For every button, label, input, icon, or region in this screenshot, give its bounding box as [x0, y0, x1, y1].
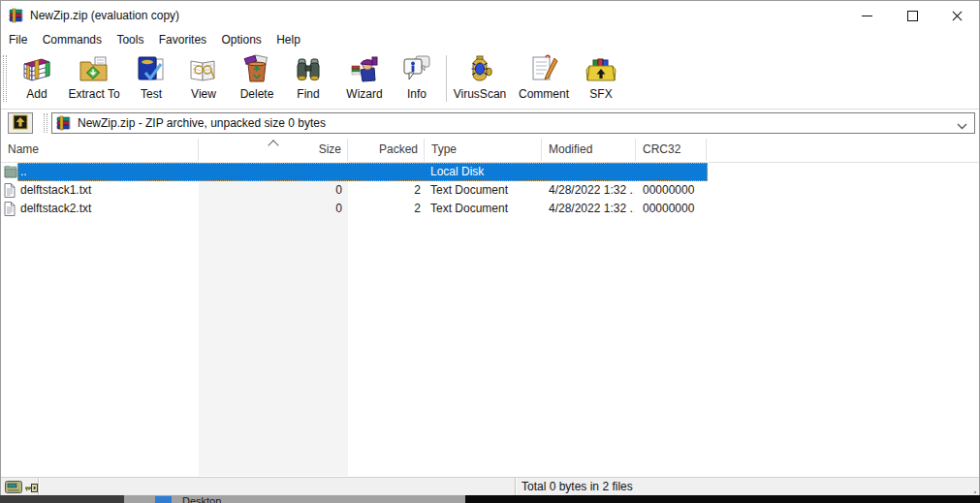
file-list: .. Local Disk delftstack1.txt 0 2 Text D…	[1, 162, 979, 476]
statusbar: Total 0 bytes in 2 files	[1, 477, 979, 496]
cell-size: 0	[199, 200, 342, 218]
titlebar: NewZip.zip (evaluation copy)	[1, 1, 979, 30]
info-label: Info	[386, 87, 448, 101]
add-button[interactable]: Add	[6, 54, 68, 101]
column-header-crc32[interactable]: CRC32	[636, 139, 707, 161]
addressbar: NewZip.zip - ZIP archive, unpacked size …	[1, 110, 979, 140]
extract-to-icon	[63, 54, 125, 85]
column-header-packed[interactable]: Packed	[348, 139, 425, 161]
extract-to-label: Extract To	[63, 87, 125, 101]
resize-grip[interactable]	[974, 491, 976, 493]
list-item-file-1[interactable]: delftstack1.txt 0 2 Text Document 4/28/2…	[1, 181, 708, 200]
find-button[interactable]: Find	[277, 54, 339, 101]
virusscan-button[interactable]: VirusScan	[449, 54, 511, 101]
list-item-file-2[interactable]: delftstack2.txt 0 2 Text Document 4/28/2…	[1, 200, 708, 218]
list-item-parent-dir[interactable]: .. Local Disk	[1, 163, 708, 181]
status-total-text: Total 0 bytes in 2 files	[522, 478, 633, 495]
cell-type: Text Document	[430, 181, 539, 200]
desktop-icon	[155, 496, 172, 503]
cell-type: Local Disk	[430, 163, 539, 181]
addressbar-drag-handle[interactable]	[44, 113, 47, 133]
cell-crc32: 00000000	[643, 200, 705, 218]
menu-commands[interactable]: Commands	[37, 30, 108, 49]
minimize-button[interactable]	[844, 1, 889, 30]
statusbar-divider	[38, 478, 40, 496]
column-header-modified[interactable]: Modified	[542, 139, 636, 161]
cell-modified: 4/28/2022 1:32 ...	[549, 200, 634, 218]
comment-label: Comment	[513, 87, 575, 101]
toolbar-separator	[446, 55, 447, 102]
cell-name: ..	[20, 163, 195, 181]
cell-size: 0	[199, 181, 342, 200]
column-header-name[interactable]: Name	[1, 139, 199, 161]
screen: NewZip.zip (evaluation copy) File Comman…	[0, 0, 980, 503]
menu-help[interactable]: Help	[270, 30, 306, 49]
cell-packed: 2	[348, 181, 421, 200]
sfx-button[interactable]: SFX	[570, 54, 632, 101]
menu-favorites[interactable]: Favorites	[153, 30, 212, 49]
info-button[interactable]: Info	[386, 54, 448, 101]
archive-description: NewZip.zip - ZIP archive, unpacked size …	[78, 113, 326, 133]
app-icon	[9, 8, 24, 26]
winrar-window: NewZip.zip (evaluation copy) File Comman…	[0, 0, 980, 495]
statusbar-divider	[515, 478, 517, 496]
cell-packed: 2	[348, 200, 421, 218]
add-label: Add	[6, 87, 68, 101]
comment-icon	[513, 54, 575, 85]
folder-icon	[4, 165, 17, 181]
close-button[interactable]	[934, 1, 979, 30]
find-label: Find	[277, 87, 339, 101]
virusscan-label: VirusScan	[449, 87, 511, 101]
key-icon[interactable]	[24, 483, 38, 496]
menu-tools[interactable]: Tools	[111, 30, 149, 49]
maximize-button[interactable]	[890, 1, 934, 30]
toolbar: Add Extract To	[1, 49, 979, 110]
column-header-type[interactable]: Type	[425, 139, 542, 161]
background-desktop-label: Desktop	[182, 495, 221, 503]
cell-name: delftstack1.txt	[20, 181, 195, 200]
virusscan-icon	[449, 54, 511, 85]
add-icon	[6, 54, 68, 85]
find-icon	[277, 54, 339, 85]
text-document-icon	[4, 202, 16, 219]
background-dark-area	[465, 495, 980, 503]
zip-archive-icon	[56, 115, 72, 134]
menubar: File Commands Tools Favorites Options He…	[1, 30, 979, 49]
sfx-label: SFX	[570, 87, 632, 101]
extract-to-button[interactable]: Extract To	[63, 54, 125, 101]
window-title: NewZip.zip (evaluation copy)	[30, 1, 179, 30]
drive-icon[interactable]	[5, 481, 22, 496]
minimize-icon	[862, 16, 872, 16]
background-window-fragment: Desktop	[0, 495, 980, 503]
sfx-icon	[570, 54, 632, 85]
cell-name: delftstack2.txt	[20, 200, 195, 218]
list-header: Name Size Packed Type Modified CRC32	[1, 139, 979, 163]
chevron-down-icon[interactable]	[957, 119, 967, 133]
info-icon	[386, 54, 448, 85]
text-document-icon	[4, 183, 16, 201]
archive-path-combobox[interactable]: NewZip.zip - ZIP archive, unpacked size …	[51, 112, 975, 134]
close-icon	[951, 10, 964, 22]
folder-up-icon	[13, 114, 28, 133]
cell-type: Text Document	[430, 200, 539, 218]
background-panel-fragment: Desktop	[124, 495, 465, 503]
menu-options[interactable]: Options	[215, 30, 267, 49]
comment-button[interactable]: Comment	[513, 54, 575, 101]
maximize-icon	[907, 11, 918, 21]
menu-file[interactable]: File	[3, 30, 33, 49]
up-one-level-button[interactable]	[8, 112, 33, 134]
cell-modified: 4/28/2022 1:32 ...	[549, 181, 634, 200]
cell-crc32: 00000000	[643, 181, 705, 200]
